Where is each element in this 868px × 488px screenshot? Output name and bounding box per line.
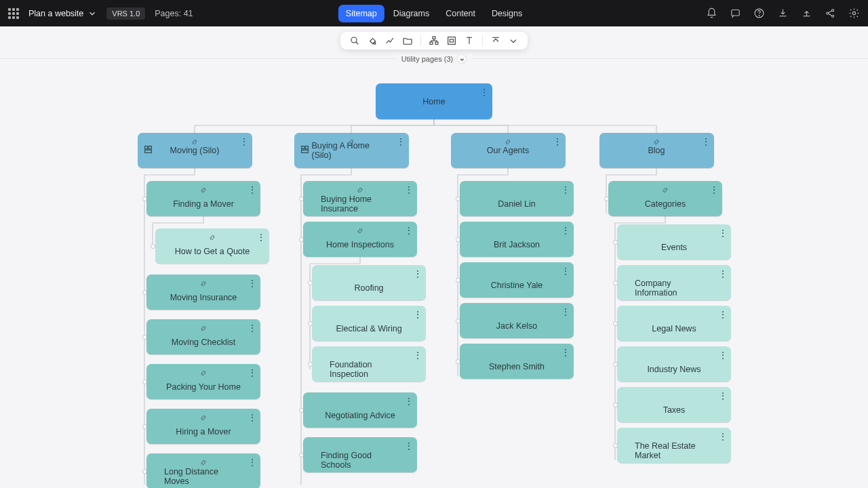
node-menu-icon[interactable] — [396, 137, 404, 146]
node-moving-silo[interactable]: Moving (Silo) — [138, 133, 252, 168]
connection-lines — [0, 64, 868, 488]
chart-icon[interactable] — [381, 32, 399, 49]
link-icon — [191, 138, 199, 148]
node-menu-icon[interactable] — [248, 368, 256, 378]
node-finding-good-schools[interactable]: Finding Good Schools — [303, 437, 417, 472]
node-buying-a-home-silo[interactable]: Buying A Home (Silo) — [294, 133, 409, 168]
node-menu-icon[interactable] — [248, 458, 256, 467]
node-menu-icon[interactable] — [413, 310, 421, 319]
node-menu-icon[interactable] — [248, 185, 256, 195]
node-buying-home-insurance[interactable]: Buying Home Insurance — [303, 181, 417, 216]
collapse-all-icon[interactable] — [487, 32, 505, 49]
search-icon[interactable] — [346, 32, 363, 49]
node-label: Home — [422, 97, 445, 106]
node-categories[interactable]: Categories — [608, 181, 722, 216]
node-label: Buying Home Insurance — [321, 195, 399, 214]
node-legal-news[interactable]: Legal News — [617, 306, 731, 341]
node-menu-icon[interactable] — [256, 232, 264, 242]
node-our-agents[interactable]: Our Agents — [451, 133, 566, 168]
node-negotiating-advice[interactable]: Negotiating Advice — [303, 392, 417, 428]
node-menu-icon[interactable] — [561, 307, 569, 317]
node-menu-icon[interactable] — [709, 185, 717, 195]
sitemap-icon[interactable] — [425, 32, 443, 49]
node-menu-icon[interactable] — [239, 137, 248, 146]
node-industry-news[interactable]: Industry News — [617, 346, 731, 382]
node-menu-icon[interactable] — [479, 87, 488, 97]
node-menu-icon[interactable] — [553, 137, 561, 146]
tab-diagrams[interactable]: Diagrams — [386, 5, 437, 22]
node-events[interactable]: Events — [617, 224, 731, 260]
link-icon — [200, 280, 208, 289]
node-electrical-wiring[interactable]: Electical & Wiring — [312, 306, 426, 341]
node-menu-icon[interactable] — [248, 413, 256, 422]
node-company-information[interactable]: Company Information — [617, 265, 731, 300]
gear-icon[interactable] — [848, 7, 860, 19]
text-icon[interactable] — [460, 32, 478, 49]
upload-icon[interactable] — [801, 7, 812, 19]
tab-content[interactable]: Content — [438, 5, 483, 22]
tab-sitemap[interactable]: Sitemap — [338, 5, 384, 22]
comment-icon[interactable] — [730, 7, 741, 19]
bell-icon[interactable] — [706, 7, 717, 19]
canvas-toolbar — [340, 32, 528, 49]
node-menu-icon[interactable] — [718, 350, 726, 360]
node-finding-a-mover[interactable]: Finding a Mover — [146, 181, 260, 216]
folder-icon[interactable] — [399, 32, 416, 49]
node-menu-icon[interactable] — [718, 269, 726, 279]
node-moving-insurance[interactable]: Moving Insurance — [146, 274, 260, 310]
help-icon[interactable] — [753, 7, 765, 19]
node-menu-icon[interactable] — [404, 396, 412, 406]
node-menu-icon[interactable] — [413, 269, 421, 279]
node-menu-icon[interactable] — [701, 137, 709, 146]
node-menu-icon[interactable] — [718, 432, 726, 441]
node-how-to-get-a-quote[interactable]: How to Get a Quote — [155, 228, 269, 264]
node-menu-icon[interactable] — [561, 348, 569, 357]
svg-rect-15 — [144, 150, 151, 152]
node-long-distance-moves[interactable]: Long Distance Moves — [146, 453, 260, 488]
fill-icon[interactable] — [363, 32, 381, 49]
node-menu-icon[interactable] — [718, 228, 726, 238]
expand-all-icon[interactable] — [505, 32, 522, 49]
node-moving-checklist[interactable]: Moving Checklist — [146, 319, 260, 354]
node-menu-icon[interactable] — [404, 441, 412, 451]
wireframe-icon[interactable] — [443, 32, 460, 49]
node-label: Industry News — [647, 365, 701, 374]
share-icon[interactable] — [825, 7, 836, 19]
node-home-inspections[interactable]: Home Inspections — [303, 222, 417, 257]
node-real-estate-market[interactable]: The Real Estate Market — [617, 428, 731, 463]
node-blog[interactable]: Blog — [599, 133, 714, 168]
node-label: Categories — [645, 199, 686, 209]
version-pill[interactable]: VRS 1.0 — [106, 7, 145, 20]
node-brit-jackson[interactable]: Brit Jackson — [460, 222, 574, 257]
utility-pages-divider: Utility pages (3) — [0, 58, 868, 59]
node-christine-yale[interactable]: Christine Yale — [460, 262, 574, 298]
node-taxes[interactable]: Taxes — [617, 387, 731, 422]
apps-grid-icon[interactable] — [8, 8, 19, 19]
project-switcher[interactable]: Plan a website — [28, 9, 97, 18]
node-home[interactable]: Home — [376, 83, 492, 119]
node-foundation-inspection[interactable]: Foundation Inspection — [312, 346, 426, 382]
utility-pages-toggle[interactable] — [457, 54, 467, 64]
node-menu-icon[interactable] — [561, 266, 569, 276]
node-menu-icon[interactable] — [413, 350, 421, 360]
node-menu-icon[interactable] — [561, 185, 569, 195]
node-hiring-a-mover[interactable]: Hiring a Mover — [146, 409, 260, 444]
download-icon[interactable] — [777, 7, 789, 19]
link-icon — [505, 138, 512, 148]
node-menu-icon[interactable] — [404, 185, 412, 195]
node-roofing[interactable]: Roofing — [312, 265, 426, 300]
node-packing-your-home[interactable]: Packing Your Home — [146, 364, 260, 399]
node-jack-kelso[interactable]: Jack Kelso — [460, 303, 574, 338]
node-menu-icon[interactable] — [561, 226, 569, 235]
tab-designs[interactable]: Designs — [484, 5, 530, 22]
sitemap-canvas[interactable]: Home Moving (Silo) Finding a Mover How t… — [0, 64, 868, 488]
node-menu-icon[interactable] — [718, 310, 726, 319]
node-menu-icon[interactable] — [404, 226, 412, 235]
node-menu-icon[interactable] — [248, 279, 256, 288]
node-menu-icon[interactable] — [718, 391, 726, 401]
app-header: Plan a website VRS 1.0 Pages: 41 Sitemap… — [0, 0, 868, 26]
link-icon — [209, 234, 216, 243]
node-menu-icon[interactable] — [248, 323, 256, 333]
node-stephen-smith[interactable]: Stephen Smith — [460, 344, 574, 379]
node-daniel-lin[interactable]: Daniel Lin — [460, 181, 574, 216]
